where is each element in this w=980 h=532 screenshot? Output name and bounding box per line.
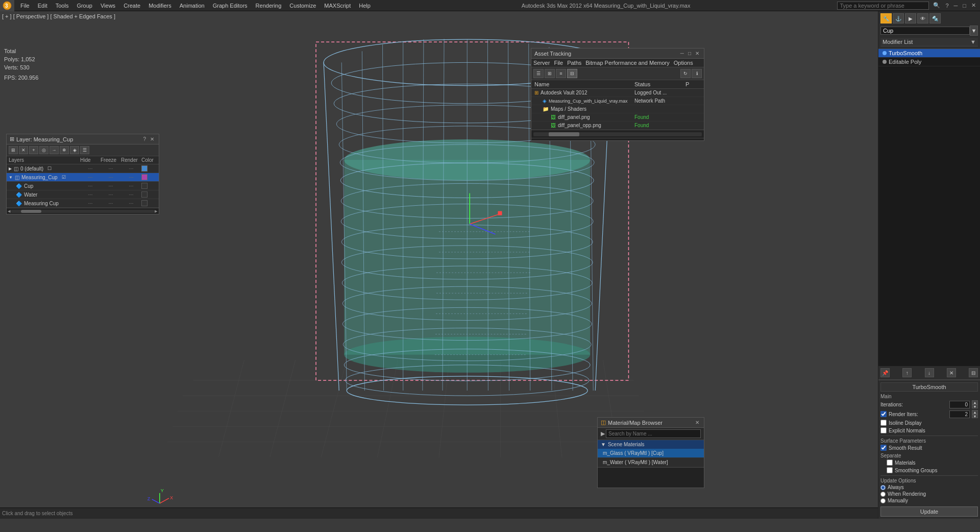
ts-explicit-normals-checkbox[interactable] — [880, 427, 887, 433]
ts-always-radio[interactable] — [880, 485, 886, 490]
menu-views[interactable]: Views — [96, 2, 119, 10]
ts-render-iters-up[interactable]: ▲ — [972, 410, 978, 414]
layer-checkbox[interactable]: ☐ — [47, 166, 52, 171]
modifier-icon-btn[interactable]: 🔧 — [880, 13, 892, 23]
layer-row-measuring-cup[interactable]: ▼ ◫ Measuring_Cup ☑ --- --- --- — [7, 173, 159, 182]
layer-manager-help-btn[interactable]: ? — [141, 136, 148, 142]
layer-checkbox[interactable]: ☑ — [62, 175, 66, 180]
layer-tool-new[interactable]: ⊞ — [9, 146, 18, 154]
ts-when-rendering-radio[interactable] — [880, 492, 886, 497]
layer-tool-delete[interactable]: ✕ — [19, 146, 28, 154]
ts-iterations-input[interactable] — [949, 401, 970, 408]
layer-color[interactable] — [141, 183, 148, 189]
menu-modifiers[interactable]: Modifiers — [144, 2, 176, 10]
menu-animation[interactable]: Animation — [176, 2, 209, 10]
object-name-input[interactable] — [880, 27, 970, 35]
asset-tool-list[interactable]: ☰ — [533, 69, 544, 78]
layer-row[interactable]: ▶ ◫ 0 (default) ☐ --- --- --- — [7, 164, 159, 173]
asset-row-maps[interactable]: 📁 Maps / Shaders — [531, 105, 704, 113]
layer-row-cup[interactable]: 🔷 Cup --- --- --- — [7, 182, 159, 190]
material-item-glass[interactable]: m_Glass ( VRayMtl ) [Cup] — [598, 449, 704, 458]
maximize-icon[interactable]: □ — [961, 2, 968, 10]
material-search-expand[interactable]: ▶ — [601, 430, 605, 437]
viewport-area[interactable]: Total Polys: 1,052 Verts: 530 FPS: 200.9… — [0, 11, 878, 519]
asset-tool-detail[interactable]: ≡ — [556, 69, 566, 78]
ts-render-iters-checkbox[interactable] — [880, 411, 887, 417]
close-icon[interactable]: ✕ — [969, 1, 978, 10]
asset-row-diff-panel-opp[interactable]: 🖼 diff_panel_opp.png Found — [531, 122, 704, 130]
object-name-dropdown-btn[interactable]: ▼ — [970, 26, 978, 36]
menu-tools[interactable]: Tools — [52, 2, 73, 10]
ts-isoline-checkbox[interactable] — [880, 420, 887, 426]
layer-row-water[interactable]: 🔷 Water --- --- --- — [7, 190, 159, 199]
asset-close-btn[interactable]: ✕ — [694, 50, 701, 57]
modifier-list-dropdown-btn[interactable]: ▼ — [970, 39, 976, 45]
asset-minimize-btn[interactable]: ─ — [679, 50, 685, 57]
ts-iterations-down[interactable]: ▼ — [972, 404, 978, 408]
ts-manually-radio[interactable] — [880, 498, 886, 503]
modifier-delete-btn[interactable]: ✕ — [947, 368, 956, 377]
menu-rendering[interactable]: Rendering — [252, 2, 286, 10]
asset-tool-grid[interactable]: ⊞ — [545, 69, 555, 78]
asset-menu-bitmap[interactable]: Bitmap Performance and Memory — [585, 60, 669, 66]
ts-materials-checkbox[interactable] — [887, 460, 893, 466]
layer-color[interactable] — [141, 165, 148, 172]
ts-smooth-result-checkbox[interactable] — [880, 445, 887, 451]
material-browser-close-btn[interactable]: ✕ — [694, 419, 701, 426]
layer-manager-close-btn[interactable]: ✕ — [149, 136, 156, 142]
minimize-icon[interactable]: ─ — [952, 2, 960, 10]
layer-scrollbar[interactable]: ◂ ▸ — [7, 208, 159, 214]
asset-menu-file[interactable]: File — [554, 60, 563, 66]
motion-icon-btn[interactable]: ▶ — [905, 13, 916, 23]
modifier-turbosm[interactable]: TurboSmooth — [878, 49, 980, 58]
layer-tool-move[interactable]: → — [50, 146, 59, 154]
scroll-right-btn[interactable]: ▸ — [155, 208, 158, 214]
help-search-icon[interactable]: 🔍 — [931, 1, 942, 10]
display-icon-btn[interactable]: 👁 — [917, 13, 928, 23]
layer-tool-render[interactable]: ◈ — [70, 146, 79, 154]
menu-help[interactable]: Help — [355, 2, 375, 10]
menu-maxscript[interactable]: MAXScript — [320, 2, 355, 10]
material-item-water[interactable]: m_Water ( VRayMtl ) [Water] — [598, 458, 704, 467]
menu-group[interactable]: Group — [72, 2, 96, 10]
menu-create[interactable]: Create — [119, 2, 144, 10]
material-search-input[interactable] — [606, 429, 701, 438]
asset-restore-btn[interactable]: □ — [687, 50, 693, 57]
modifier-down-btn[interactable]: ↓ — [925, 368, 934, 377]
layer-color[interactable] — [141, 200, 148, 206]
ts-smoothing-groups-checkbox[interactable] — [887, 467, 893, 473]
scene-materials-header[interactable]: ▼ Scene Materials — [598, 440, 704, 449]
menu-file[interactable]: File — [16, 2, 34, 10]
ts-update-btn[interactable]: Update — [880, 506, 978, 517]
layer-color[interactable] — [141, 191, 148, 198]
asset-menu-paths[interactable]: Paths — [567, 60, 581, 66]
layer-tool-select[interactable]: ◎ — [39, 146, 48, 154]
keyword-search-input[interactable] — [837, 2, 929, 10]
help-icon[interactable]: ? — [943, 2, 950, 10]
asset-row-max[interactable]: ◈ Measuring_Cup_with_Liquid_vray.max Net… — [531, 97, 704, 105]
hierarchy-icon-btn[interactable]: ⚓ — [893, 13, 904, 23]
layer-tool-freeze[interactable]: ❄ — [60, 146, 69, 154]
asset-scrollbar[interactable] — [531, 130, 704, 138]
ts-render-iters-down[interactable]: ▼ — [972, 414, 978, 418]
menu-customize[interactable]: Customize — [285, 2, 320, 10]
layer-row-measuring-cup-child[interactable]: 🔷 Measuring Cup --- --- --- — [7, 199, 159, 208]
ts-iterations-up[interactable]: ▲ — [972, 400, 978, 404]
ts-render-iters-input[interactable] — [949, 410, 970, 418]
modifier-editable-poly[interactable]: Editable Poly — [878, 58, 980, 66]
asset-row-vault[interactable]: ⊞ Autodesk Vault 2012 Logged Out ... — [531, 89, 704, 97]
layer-color[interactable] — [141, 174, 148, 180]
app-logo[interactable]: 3 — [0, 0, 14, 11]
menu-edit[interactable]: Edit — [34, 2, 52, 10]
menu-graph-editors[interactable]: Graph Editors — [209, 2, 252, 10]
layer-tool-props[interactable]: ☰ — [80, 146, 89, 154]
asset-menu-options[interactable]: Options — [674, 60, 693, 66]
asset-tool-tree[interactable]: ⊟ — [567, 69, 577, 78]
layer-tool-add[interactable]: + — [29, 146, 38, 154]
modifier-up-btn[interactable]: ↑ — [902, 368, 912, 377]
modifier-collapse-btn[interactable]: ⊟ — [969, 368, 978, 377]
asset-tool-info[interactable]: ℹ — [692, 69, 702, 78]
asset-row-diff-panel[interactable]: 🖼 diff_panel.png Found — [531, 113, 704, 122]
scrollbar-thumb[interactable] — [21, 210, 41, 213]
modifier-pin-btn[interactable]: 📌 — [880, 368, 890, 377]
